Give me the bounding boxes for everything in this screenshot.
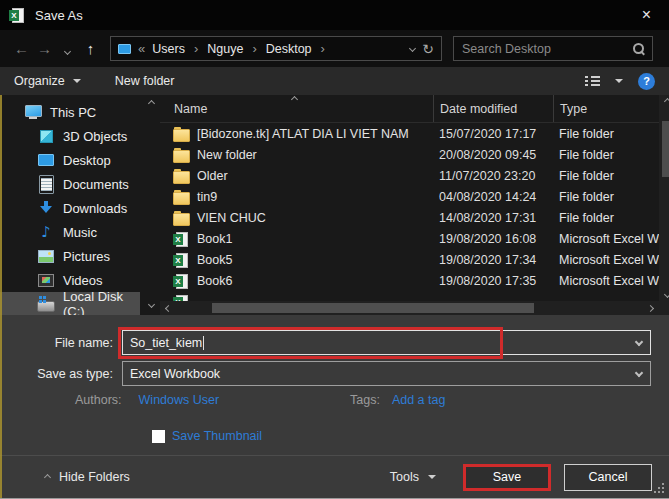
folder-icon	[173, 189, 190, 205]
up-arrow-icon: ↑	[87, 40, 95, 57]
documents-icon	[37, 176, 55, 192]
file-row-book5[interactable]: Book519/08/2020 17:34Microsoft Excel W	[160, 249, 659, 270]
sidebar-item-this-pc[interactable]: This PC	[0, 100, 140, 124]
authors-label: Authors:	[75, 393, 122, 407]
breadcrumb-separator[interactable]: ›	[252, 41, 256, 56]
file-name-input[interactable]: So_tiet_kiem	[122, 330, 651, 355]
horizontal-scrollbar[interactable]	[160, 301, 659, 315]
change-view-icon[interactable]	[585, 75, 600, 87]
back-button[interactable]: ←	[10, 40, 33, 57]
file-name-value: So_tiet_kiem	[130, 336, 202, 350]
tools-label: Tools	[390, 470, 419, 484]
sidebar-item-pictures[interactable]: Pictures	[0, 244, 140, 268]
save-thumbnail-label[interactable]: Save Thumbnail	[172, 429, 262, 443]
file-row-new-folder[interactable]: New folder20/08/2020 09:45File folder	[160, 144, 659, 165]
close-button[interactable]: ×	[624, 0, 669, 30]
3d-objects-icon	[37, 128, 55, 144]
organize-button[interactable]: Organize	[14, 74, 81, 88]
downloads-icon	[37, 200, 55, 216]
column-header-date-modified[interactable]: Date modified	[433, 95, 553, 122]
scroll-down-icon[interactable]	[147, 301, 154, 308]
cancel-button[interactable]: Cancel	[564, 464, 652, 491]
scroll-up-icon[interactable]	[147, 100, 154, 107]
authors-value-link[interactable]: Windows User	[139, 393, 220, 407]
sidebar-item-desktop[interactable]: Desktop	[0, 148, 140, 172]
type-cell: File folder	[553, 211, 659, 225]
file-name-cell: Older	[160, 168, 433, 184]
file-row-older[interactable]: Older11/07/2020 23:20File folder	[160, 165, 659, 186]
resize-grip-icon[interactable]	[662, 491, 664, 493]
date-modified-cell: 04/08/2020 14:24	[433, 190, 553, 204]
file-row-vien-chuc[interactable]: VIEN CHUC14/08/2020 17:31File folder	[160, 207, 659, 228]
search-icon[interactable]	[632, 42, 646, 56]
address-dropdown-icon[interactable]	[409, 45, 416, 52]
sidebar-item-downloads[interactable]: Downloads	[0, 196, 140, 220]
new-folder-button[interactable]: New folder	[115, 74, 175, 88]
up-button[interactable]: ↑	[79, 40, 102, 57]
sidebar-item-label: 3D Objects	[63, 129, 127, 144]
horizontal-scrollbar-thumb[interactable]	[212, 303, 534, 313]
breadcrumb-item-nguye[interactable]: Nguye	[207, 42, 243, 56]
chevron-down-icon	[73, 79, 81, 83]
sidebar-item-music[interactable]: Music	[0, 220, 140, 244]
file-row-book1[interactable]: Book119/08/2020 16:08Microsoft Excel W	[160, 228, 659, 249]
file-name-text: New folder	[197, 148, 257, 162]
file-name-cell: Book1	[160, 231, 433, 247]
date-modified-cell: 14/08/2020 17:31	[433, 211, 553, 225]
save-as-dialog: Save As × ← → ↑ « Users›Nguye›Desktop› ↻…	[0, 0, 669, 499]
view-options-chevron-icon[interactable]	[615, 79, 623, 83]
back-arrow-icon: ←	[14, 40, 29, 57]
breadcrumb-separator[interactable]: ›	[321, 41, 325, 56]
file-name-text: [Bidozone.tk] ATLAT DIA LI VIET NAM	[197, 127, 409, 141]
date-modified-cell: 19/08/2020 17:34	[433, 253, 553, 267]
sidebar-item-documents[interactable]: Documents	[0, 172, 140, 196]
help-icon[interactable]: ?	[638, 73, 655, 90]
file-row[interactable]	[160, 291, 659, 301]
vertical-scrollbar[interactable]	[659, 95, 669, 301]
file-row-tin9[interactable]: tin904/08/2020 14:24File folder	[160, 186, 659, 207]
tools-button[interactable]: Tools	[390, 470, 436, 484]
search-box[interactable]	[453, 36, 653, 61]
sidebar-item-local-disk-c[interactable]: Local Disk (C:)	[0, 292, 140, 316]
column-header-type[interactable]: Type	[553, 95, 659, 122]
sidebar-scrollbar[interactable]	[142, 95, 160, 315]
sidebar-item-label: Videos	[63, 273, 103, 288]
date-modified-cell: 11/07/2020 23:20	[433, 169, 553, 183]
refresh-icon[interactable]: ↻	[422, 41, 434, 57]
sidebar-item-3d-objects[interactable]: 3D Objects	[0, 124, 140, 148]
chevron-down-icon	[428, 475, 436, 479]
scroll-down-icon[interactable]	[664, 291, 669, 298]
title-bar[interactable]: Save As ×	[0, 0, 669, 30]
footer-bar: Hide Folders Tools Save Cancel	[0, 455, 669, 498]
save-thumbnail-checkbox[interactable]	[152, 430, 165, 443]
breadcrumb-item-users[interactable]: Users	[152, 42, 185, 56]
breadcrumb-item-desktop[interactable]: Desktop	[266, 42, 312, 56]
sidebar-item-label: Pictures	[63, 249, 110, 264]
file-row-bidozone-tk-atlat-dia-li-viet-nam[interactable]: [Bidozone.tk] ATLAT DIA LI VIET NAM15/07…	[160, 123, 659, 144]
scroll-left-icon[interactable]	[165, 304, 172, 311]
recent-locations-button[interactable]	[56, 40, 79, 57]
toolbar-right-group: ?	[585, 73, 655, 90]
scroll-up-icon[interactable]	[664, 98, 669, 105]
breadcrumb-overflow-chevron[interactable]: «	[138, 41, 145, 56]
address-bar[interactable]: « Users›Nguye›Desktop› ↻	[110, 36, 442, 61]
save-button[interactable]: Save	[463, 464, 551, 491]
hide-folders-button[interactable]: Hide Folders	[45, 470, 130, 484]
add-a-tag-link[interactable]: Add a tag	[392, 393, 446, 407]
pictures-icon	[37, 248, 55, 264]
vertical-scrollbar-thumb[interactable]	[662, 121, 669, 177]
chevron-down-icon[interactable]	[635, 369, 643, 377]
excel-icon	[173, 294, 190, 302]
excel-app-icon	[9, 7, 26, 23]
navigation-bar: ← → ↑ « Users›Nguye›Desktop› ↻	[0, 30, 669, 67]
forward-button[interactable]: →	[33, 40, 56, 57]
column-headers: Name Date modified Type	[160, 95, 669, 123]
search-input[interactable]	[454, 37, 626, 60]
background-window-edge	[0, 95, 2, 498]
breadcrumb-separator[interactable]: ›	[194, 41, 198, 56]
save-as-type-select[interactable]: Excel Workbook	[122, 361, 651, 386]
scroll-right-icon[interactable]	[647, 304, 654, 311]
save-fields: File name: So_tiet_kiem Save as type: Ex…	[0, 315, 669, 455]
file-row-book6[interactable]: Book619/08/2020 17:35Microsoft Excel W	[160, 270, 659, 291]
chevron-down-icon[interactable]	[635, 338, 643, 346]
